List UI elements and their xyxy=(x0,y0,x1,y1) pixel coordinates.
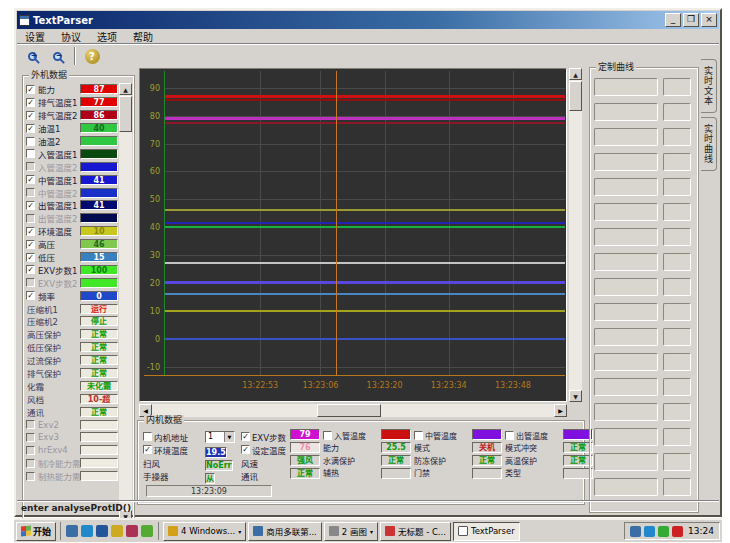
chart-vertical-scrollbar[interactable]: ▲ ▼ xyxy=(569,68,582,402)
scroll-up-icon[interactable]: ▲ xyxy=(119,83,132,95)
item-checkbox[interactable] xyxy=(26,137,35,146)
custom-curve-button[interactable] xyxy=(663,428,691,446)
item-checkbox[interactable] xyxy=(26,459,35,468)
custom-curve-field[interactable] xyxy=(594,428,658,446)
item-checkbox[interactable] xyxy=(323,431,332,440)
tray-input-method-icon[interactable] xyxy=(672,526,683,537)
custom-curve-button[interactable] xyxy=(663,228,691,246)
minimize-button[interactable]: _ xyxy=(665,13,681,27)
tray-updater-icon[interactable] xyxy=(630,526,641,537)
browser-icon[interactable] xyxy=(81,525,93,537)
item-checkbox[interactable]: ✓ xyxy=(26,253,35,262)
custom-curve-button[interactable] xyxy=(663,203,691,221)
custom-curve-button[interactable] xyxy=(663,303,691,321)
menu-item[interactable]: 协议 xyxy=(53,29,89,44)
task-button-flash[interactable]: 无标题 - C... xyxy=(380,522,451,541)
custom-curve-field[interactable] xyxy=(594,478,658,496)
custom-curve-button[interactable] xyxy=(663,253,691,271)
chart-horizontal-scrollbar[interactable]: ◀ ▶ xyxy=(139,404,567,417)
custom-curve-field[interactable] xyxy=(594,78,658,96)
close-button[interactable]: × xyxy=(701,13,717,27)
custom-curve-button[interactable] xyxy=(663,128,691,146)
custom-curve-field[interactable] xyxy=(594,253,658,271)
custom-curve-button[interactable] xyxy=(663,478,691,496)
item-checkbox[interactable] xyxy=(26,149,35,158)
help-button[interactable]: ? xyxy=(80,46,104,66)
zoom-out-button[interactable]: − xyxy=(45,46,69,66)
chart-cursor-line[interactable] xyxy=(336,71,337,375)
tray-antivirus-icon[interactable] xyxy=(658,526,669,537)
task-button-app[interactable]: TextParser xyxy=(453,522,520,541)
media-icon[interactable] xyxy=(141,525,153,537)
item-checkbox[interactable]: ✓ xyxy=(241,432,250,441)
chart-vscroll-thumb[interactable] xyxy=(569,81,582,111)
custom-curve-field[interactable] xyxy=(594,203,658,221)
custom-curve-field[interactable] xyxy=(594,278,658,296)
custom-curve-button[interactable] xyxy=(663,103,691,121)
ie-icon[interactable] xyxy=(66,525,78,537)
custom-curve-field[interactable] xyxy=(594,228,658,246)
outdoor-scrollbar[interactable]: ▲ ▼ xyxy=(119,83,132,522)
chart-scroll-up-icon[interactable]: ▲ xyxy=(569,68,582,80)
zoom-in-button[interactable]: + xyxy=(20,46,44,66)
item-checkbox[interactable] xyxy=(143,432,152,441)
custom-curve-field[interactable] xyxy=(594,328,658,346)
item-checkbox[interactable] xyxy=(505,431,514,440)
task-button-ie[interactable]: 商用多联第... xyxy=(248,522,322,541)
item-checkbox[interactable]: ✓ xyxy=(26,265,35,274)
mail-icon[interactable] xyxy=(111,525,123,537)
custom-curve-field[interactable] xyxy=(594,153,658,171)
custom-curve-button[interactable] xyxy=(663,403,691,421)
scroll-thumb[interactable] xyxy=(119,96,132,132)
custom-curve-field[interactable] xyxy=(594,453,658,471)
item-checkbox[interactable]: ✓ xyxy=(241,445,250,454)
custom-curve-field[interactable] xyxy=(594,128,658,146)
item-checkbox[interactable]: ✓ xyxy=(143,445,152,454)
item-checkbox[interactable]: ✓ xyxy=(26,175,35,184)
item-checkbox[interactable]: ✓ xyxy=(26,240,35,249)
custom-curve-button[interactable] xyxy=(663,453,691,471)
item-checkbox[interactable] xyxy=(26,420,35,429)
item-checkbox[interactable] xyxy=(26,278,35,287)
titlebar[interactable]: TextParser _ ❐ × xyxy=(17,11,719,29)
item-checkbox[interactable] xyxy=(26,188,35,197)
custom-curve-button[interactable] xyxy=(663,153,691,171)
start-button[interactable]: 开始 xyxy=(16,522,56,541)
item-checkbox[interactable]: ✓ xyxy=(26,85,35,94)
menu-item[interactable]: 选项 xyxy=(89,29,125,44)
item-checkbox[interactable] xyxy=(26,446,35,455)
menu-item[interactable]: 设置 xyxy=(17,29,53,44)
custom-curve-button[interactable] xyxy=(663,178,691,196)
custom-curve-field[interactable] xyxy=(594,178,658,196)
tray-messenger-icon[interactable] xyxy=(644,526,655,537)
item-checkbox[interactable]: ✓ xyxy=(26,227,35,236)
msn-icon[interactable] xyxy=(96,525,108,537)
item-checkbox[interactable]: ✓ xyxy=(26,124,35,133)
item-checkbox[interactable] xyxy=(414,431,423,440)
chart-hscroll-thumb[interactable] xyxy=(317,404,381,417)
chart-scroll-down-icon[interactable]: ▼ xyxy=(569,390,582,402)
task-button-folder[interactable]: 4 Windows...▾ xyxy=(163,522,246,541)
item-checkbox[interactable]: ✓ xyxy=(26,98,35,107)
tab-realtime-curve[interactable]: 实时曲线 xyxy=(701,117,717,171)
custom-curve-button[interactable] xyxy=(663,328,691,346)
custom-curve-button[interactable] xyxy=(663,78,691,96)
custom-curve-field[interactable] xyxy=(594,378,658,396)
task-button-paint[interactable]: 2 画图▾ xyxy=(324,522,378,541)
item-checkbox[interactable]: ✓ xyxy=(26,201,35,210)
chart-scroll-right-icon[interactable]: ▶ xyxy=(554,404,567,417)
custom-curve-button[interactable] xyxy=(663,378,691,396)
trend-chart[interactable]: 1009080706050403020100-1013:22:5313:23:0… xyxy=(139,68,567,402)
item-checkbox[interactable] xyxy=(26,472,35,481)
item-checkbox[interactable] xyxy=(26,162,35,171)
item-checkbox[interactable]: ✓ xyxy=(26,111,35,120)
security-icon[interactable] xyxy=(126,525,138,537)
restore-button[interactable]: ❐ xyxy=(683,13,699,27)
custom-curve-field[interactable] xyxy=(594,353,658,371)
custom-curve-button[interactable] xyxy=(663,353,691,371)
item-checkbox[interactable]: ✓ xyxy=(26,291,35,300)
item-checkbox[interactable] xyxy=(26,214,35,223)
custom-curve-button[interactable] xyxy=(663,278,691,296)
menu-item[interactable]: 帮助 xyxy=(125,29,161,44)
custom-curve-field[interactable] xyxy=(594,103,658,121)
